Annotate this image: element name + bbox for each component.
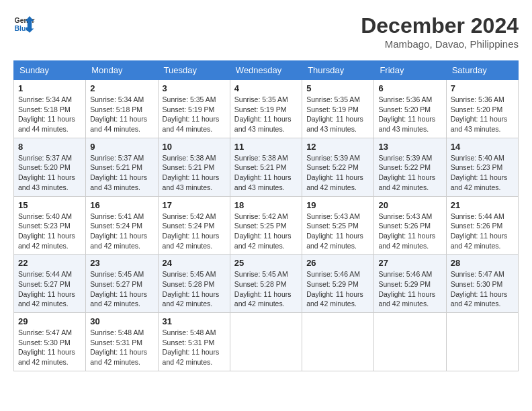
table-row bbox=[230, 313, 302, 371]
calendar-week-3: 15Sunrise: 5:40 AMSunset: 5:23 PMDayligh… bbox=[14, 196, 519, 255]
table-row: 5Sunrise: 5:35 AMSunset: 5:19 PMDaylight… bbox=[302, 80, 374, 138]
table-row: 11Sunrise: 5:38 AMSunset: 5:21 PMDayligh… bbox=[230, 138, 302, 196]
table-row: 2Sunrise: 5:34 AMSunset: 5:18 PMDaylight… bbox=[86, 80, 158, 138]
table-row: 18Sunrise: 5:42 AMSunset: 5:25 PMDayligh… bbox=[230, 196, 302, 255]
month-year-title: December 2024 bbox=[361, 13, 519, 38]
table-row: 16Sunrise: 5:41 AMSunset: 5:24 PMDayligh… bbox=[86, 196, 158, 255]
table-row: 20Sunrise: 5:43 AMSunset: 5:26 PMDayligh… bbox=[374, 196, 446, 255]
weekday-header-row: Sunday Monday Tuesday Wednesday Thursday… bbox=[14, 61, 519, 80]
table-row: 10Sunrise: 5:38 AMSunset: 5:21 PMDayligh… bbox=[158, 138, 230, 196]
calendar-week-5: 29Sunrise: 5:47 AMSunset: 5:30 PMDayligh… bbox=[14, 313, 519, 371]
table-row: 9Sunrise: 5:37 AMSunset: 5:21 PMDaylight… bbox=[86, 138, 158, 196]
header-saturday: Saturday bbox=[446, 61, 518, 80]
location-subtitle: Mambago, Davao, Philippines bbox=[361, 38, 519, 50]
calendar-week-2: 8Sunrise: 5:37 AMSunset: 5:20 PMDaylight… bbox=[14, 138, 519, 196]
calendar-week-4: 22Sunrise: 5:44 AMSunset: 5:27 PMDayligh… bbox=[14, 255, 519, 313]
table-row bbox=[374, 313, 446, 371]
table-row: 8Sunrise: 5:37 AMSunset: 5:20 PMDaylight… bbox=[14, 138, 86, 196]
table-row: 15Sunrise: 5:40 AMSunset: 5:23 PMDayligh… bbox=[14, 196, 86, 255]
table-row: 28Sunrise: 5:47 AMSunset: 5:30 PMDayligh… bbox=[446, 255, 518, 313]
table-row: 7Sunrise: 5:36 AMSunset: 5:20 PMDaylight… bbox=[446, 80, 518, 138]
table-row: 30Sunrise: 5:48 AMSunset: 5:31 PMDayligh… bbox=[86, 313, 158, 371]
table-row: 24Sunrise: 5:45 AMSunset: 5:28 PMDayligh… bbox=[158, 255, 230, 313]
table-row: 12Sunrise: 5:39 AMSunset: 5:22 PMDayligh… bbox=[302, 138, 374, 196]
calendar-week-1: 1Sunrise: 5:34 AMSunset: 5:18 PMDaylight… bbox=[14, 80, 519, 138]
logo: General Blue bbox=[13, 13, 35, 35]
table-row: 25Sunrise: 5:45 AMSunset: 5:28 PMDayligh… bbox=[230, 255, 302, 313]
table-row: 31Sunrise: 5:48 AMSunset: 5:31 PMDayligh… bbox=[158, 313, 230, 371]
header-friday: Friday bbox=[374, 61, 446, 80]
table-row: 22Sunrise: 5:44 AMSunset: 5:27 PMDayligh… bbox=[14, 255, 86, 313]
logo-icon: General Blue bbox=[13, 13, 35, 35]
table-row bbox=[446, 313, 518, 371]
header-tuesday: Tuesday bbox=[158, 61, 230, 80]
table-row: 23Sunrise: 5:45 AMSunset: 5:27 PMDayligh… bbox=[86, 255, 158, 313]
table-row: 13Sunrise: 5:39 AMSunset: 5:22 PMDayligh… bbox=[374, 138, 446, 196]
table-row: 3Sunrise: 5:35 AMSunset: 5:19 PMDaylight… bbox=[158, 80, 230, 138]
table-row bbox=[302, 313, 374, 371]
table-row: 29Sunrise: 5:47 AMSunset: 5:30 PMDayligh… bbox=[14, 313, 86, 371]
table-row: 19Sunrise: 5:43 AMSunset: 5:25 PMDayligh… bbox=[302, 196, 374, 255]
table-row: 21Sunrise: 5:44 AMSunset: 5:26 PMDayligh… bbox=[446, 196, 518, 255]
table-row: 1Sunrise: 5:34 AMSunset: 5:18 PMDaylight… bbox=[14, 80, 86, 138]
header-wednesday: Wednesday bbox=[230, 61, 302, 80]
page-header: General Blue December 2024 Mambago, Dava… bbox=[13, 13, 519, 50]
table-row: 26Sunrise: 5:46 AMSunset: 5:29 PMDayligh… bbox=[302, 255, 374, 313]
table-row: 27Sunrise: 5:46 AMSunset: 5:29 PMDayligh… bbox=[374, 255, 446, 313]
header-sunday: Sunday bbox=[14, 61, 86, 80]
table-row: 6Sunrise: 5:36 AMSunset: 5:20 PMDaylight… bbox=[374, 80, 446, 138]
title-block: December 2024 Mambago, Davao, Philippine… bbox=[361, 13, 519, 50]
header-monday: Monday bbox=[86, 61, 158, 80]
header-thursday: Thursday bbox=[302, 61, 374, 80]
table-row: 4Sunrise: 5:35 AMSunset: 5:19 PMDaylight… bbox=[230, 80, 302, 138]
calendar-table: Sunday Monday Tuesday Wednesday Thursday… bbox=[13, 60, 519, 371]
table-row: 17Sunrise: 5:42 AMSunset: 5:24 PMDayligh… bbox=[158, 196, 230, 255]
table-row: 14Sunrise: 5:40 AMSunset: 5:23 PMDayligh… bbox=[446, 138, 518, 196]
